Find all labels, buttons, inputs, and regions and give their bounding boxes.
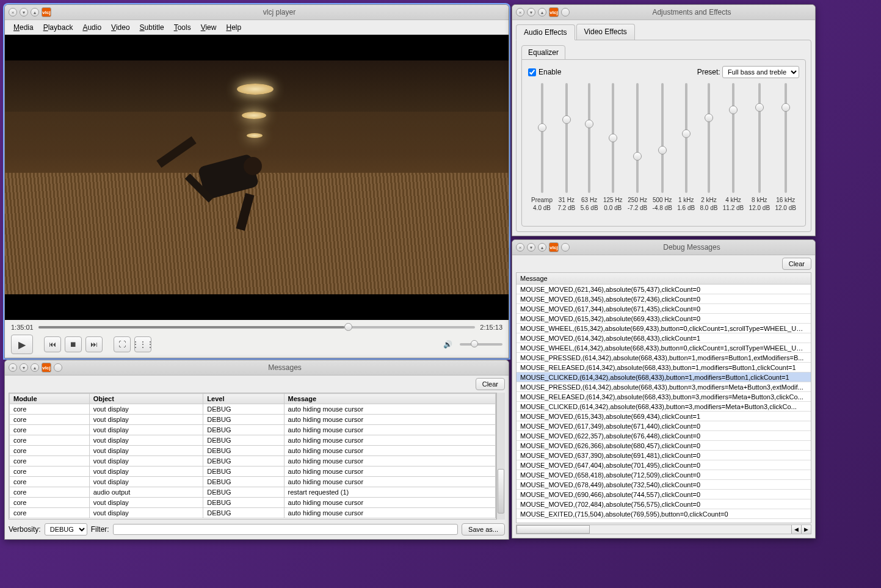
volume-slider[interactable] xyxy=(460,343,502,346)
eq-thumb[interactable] xyxy=(781,103,790,112)
debug-list-header[interactable]: Message xyxy=(517,273,811,285)
maximize-icon[interactable]: ▴ xyxy=(31,8,39,16)
list-item[interactable]: MOUSE_WHEEL,(615,342),absolute(669,433),… xyxy=(517,324,811,333)
close-icon[interactable]: × xyxy=(516,8,524,16)
eq-slider[interactable] xyxy=(612,83,614,193)
eq-slider[interactable] xyxy=(661,83,664,193)
list-item[interactable]: MOUSE_MOVED,(658,418),absolute(712,509),… xyxy=(517,470,811,480)
eq-thumb[interactable] xyxy=(609,134,617,142)
scroll-left-icon[interactable]: ◀ xyxy=(791,525,801,534)
list-item[interactable]: MOUSE_MOVED,(678,449),absolute(732,540),… xyxy=(517,480,811,490)
col-module[interactable]: Module xyxy=(10,394,90,404)
eq-thumb[interactable] xyxy=(585,120,593,128)
list-item[interactable]: MOUSE_MOVED,(702,484),absolute(756,575),… xyxy=(517,499,811,509)
table-row[interactable]: corevout displayDEBUGauto hiding mouse c… xyxy=(10,498,496,508)
scroll-right-icon[interactable]: ▶ xyxy=(801,525,811,534)
debug-hscrollbar[interactable]: ◀ ▶ xyxy=(516,524,811,534)
eq-thumb[interactable] xyxy=(705,114,713,122)
player-titlebar[interactable]: × ▾ ▴ vlcj vlcj player xyxy=(5,5,509,20)
tab-equalizer[interactable]: Equalizer xyxy=(521,45,565,60)
list-item[interactable]: MOUSE_EXITED,(715,504),absolute(769,595)… xyxy=(517,509,811,519)
menu-media[interactable]: Media xyxy=(10,22,37,33)
maximize-icon[interactable]: ▴ xyxy=(538,8,546,16)
debug-titlebar[interactable]: × ▾ ▴ vlcj Debug Messages xyxy=(512,240,815,255)
extended-button[interactable]: ⋮⋮⋮ xyxy=(134,336,151,352)
eq-slider[interactable] xyxy=(708,83,710,193)
volume-thumb[interactable] xyxy=(471,340,478,347)
menu-playback[interactable]: Playback xyxy=(40,22,77,33)
clear-button[interactable]: Clear xyxy=(476,378,505,390)
minimize-icon[interactable]: ▾ xyxy=(20,8,28,16)
list-item[interactable]: MOUSE_RELEASED,(614,342),absolute(668,43… xyxy=(517,363,811,372)
table-row[interactable]: corevout displayDEBUGauto hiding mouse c… xyxy=(10,446,496,456)
list-item[interactable]: MOUSE_MOVED,(617,349),absolute(671,440),… xyxy=(517,421,811,431)
menu-view[interactable]: View xyxy=(197,22,220,33)
tab-video-effects[interactable]: Video Effects xyxy=(576,24,635,40)
fullscreen-button[interactable]: ⛶ xyxy=(114,336,131,352)
stop-button[interactable]: ⏹ xyxy=(65,336,82,352)
video-area[interactable] xyxy=(5,35,509,320)
list-item[interactable]: MOUSE_MOVED,(615,343),absolute(669,434),… xyxy=(517,412,811,421)
close-icon[interactable]: × xyxy=(9,363,17,372)
list-item[interactable]: MOUSE_CLICKED,(614,342),absolute(668,433… xyxy=(517,372,811,382)
list-item[interactable]: MOUSE_PRESSED,(614,342),absolute(668,433… xyxy=(517,353,811,363)
prev-button[interactable]: ⏮ xyxy=(44,336,61,352)
enable-input[interactable] xyxy=(528,68,536,76)
eq-slider[interactable] xyxy=(588,83,590,193)
enable-checkbox[interactable]: Enable xyxy=(528,68,561,76)
eq-slider[interactable] xyxy=(785,83,787,193)
eq-slider[interactable] xyxy=(685,83,687,193)
table-row[interactable]: corevout displayDEBUGauto hiding mouse c… xyxy=(10,477,496,487)
menu-audio[interactable]: Audio xyxy=(79,22,105,33)
list-item[interactable]: MOUSE_CLICKED,(614,342),absolute(668,433… xyxy=(517,402,811,412)
table-row[interactable]: corevout displayDEBUGauto hiding mouse c… xyxy=(10,404,496,415)
table-row[interactable]: corevout displayDEBUGauto hiding mouse c… xyxy=(10,415,496,425)
messages-titlebar[interactable]: × ▾ ▴ vlcj Messages xyxy=(5,360,509,376)
progress-thumb[interactable] xyxy=(344,323,352,331)
filter-input[interactable] xyxy=(113,524,458,535)
table-row[interactable]: corevout displayDEBUGauto hiding mouse c… xyxy=(10,508,496,518)
debug-list[interactable]: Message MOUSE_MOVED,(621,346),absolute(6… xyxy=(516,272,811,523)
list-item[interactable]: MOUSE_MOVED,(614,342),absolute(668,433),… xyxy=(517,333,811,343)
list-item[interactable]: MOUSE_MOVED,(637,390),absolute(691,481),… xyxy=(517,451,811,460)
table-row[interactable]: corevout displayDEBUGauto hiding mouse c… xyxy=(10,435,496,446)
list-item[interactable]: MOUSE_MOVED,(690,466),absolute(744,557),… xyxy=(517,490,811,499)
eq-slider[interactable] xyxy=(758,83,761,193)
list-item[interactable]: MOUSE_MOVED,(647,404),absolute(701,495),… xyxy=(517,460,811,470)
menu-video[interactable]: Video xyxy=(107,22,133,33)
eq-thumb[interactable] xyxy=(658,146,667,154)
maximize-icon[interactable]: ▴ xyxy=(538,243,546,252)
speaker-icon[interactable]: 🔊 xyxy=(439,336,456,352)
col-level[interactable]: Level xyxy=(203,394,284,404)
eq-thumb[interactable] xyxy=(729,106,738,114)
play-button[interactable]: ▶ xyxy=(11,335,33,354)
clear-button[interactable]: Clear xyxy=(782,258,811,270)
menu-subtitle[interactable]: Subtitle xyxy=(136,22,168,33)
table-row[interactable]: corevout displayDEBUGauto hiding mouse c… xyxy=(10,425,496,435)
menu-tools[interactable]: Tools xyxy=(170,22,195,33)
messages-table[interactable]: ModuleObjectLevelMessage corevout displa… xyxy=(9,393,496,520)
progress-slider[interactable] xyxy=(38,326,476,328)
messages-scrollbar[interactable] xyxy=(496,393,505,520)
list-item[interactable]: MOUSE_MOVED,(617,344),absolute(671,435),… xyxy=(517,304,811,314)
table-row[interactable]: coreaudio outputDEBUGrestart requested (… xyxy=(10,487,496,498)
col-message[interactable]: Message xyxy=(284,394,495,404)
list-item[interactable]: MOUSE_MOVED,(618,345),absolute(672,436),… xyxy=(517,294,811,304)
eq-thumb[interactable] xyxy=(755,103,764,112)
minimize-icon[interactable]: ▾ xyxy=(20,363,28,372)
eq-slider[interactable] xyxy=(732,83,734,193)
minimize-icon[interactable]: ▾ xyxy=(527,243,535,252)
maximize-icon[interactable]: ▴ xyxy=(31,363,39,372)
next-button[interactable]: ⏭ xyxy=(85,336,103,352)
save-button[interactable]: Save as... xyxy=(462,523,505,535)
eq-slider[interactable] xyxy=(541,83,543,193)
verbosity-select[interactable]: DEBUG xyxy=(45,523,87,535)
preset-select[interactable]: Full bass and treble xyxy=(722,66,799,78)
table-row[interactable]: corevout displayDEBUGauto hiding mouse c… xyxy=(10,456,496,466)
list-item[interactable]: MOUSE_MOVED,(626,366),absolute(680,457),… xyxy=(517,441,811,451)
eq-thumb[interactable] xyxy=(633,152,642,161)
list-item[interactable]: MOUSE_MOVED,(621,346),absolute(675,437),… xyxy=(517,285,811,294)
eq-thumb[interactable] xyxy=(538,123,546,132)
eq-thumb[interactable] xyxy=(682,129,691,138)
eq-slider[interactable] xyxy=(565,83,568,193)
